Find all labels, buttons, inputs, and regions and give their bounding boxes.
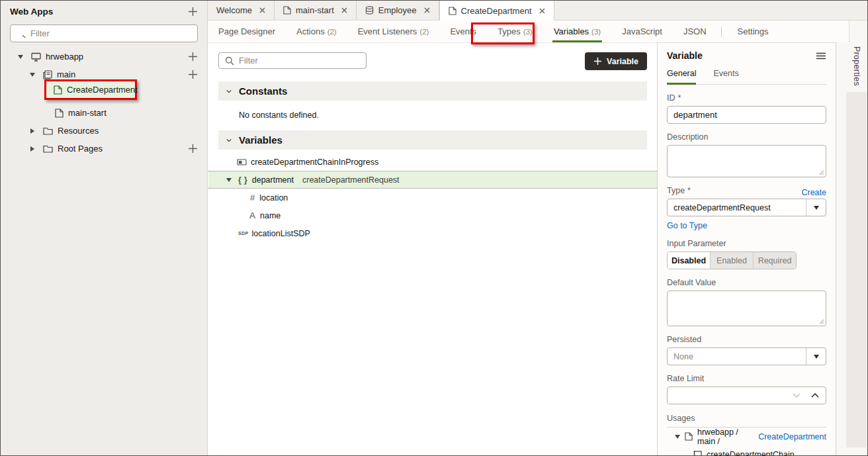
dropdown-arrow-icon[interactable] [806,348,826,365]
tab-welcome[interactable]: Welcome [208,1,275,20]
subtab-settings[interactable]: Settings [736,21,770,43]
sidebar-filter[interactable] [10,24,198,42]
go-to-type-link[interactable]: Go to Type [667,221,707,230]
variable-row-selected[interactable]: { } department createDepartmentRequest [208,171,657,189]
tab-main-start[interactable]: main-start [275,1,357,20]
variable-row[interactable]: # location [218,189,647,206]
dropdown-arrow-icon[interactable] [806,199,826,216]
subtab-event-listeners[interactable]: Event Listeners (2) [357,21,431,43]
subtab-javascript[interactable]: JavaScript [621,21,664,43]
subtab-page-designer[interactable]: Page Designer [217,21,277,43]
add-web-app-icon[interactable] [188,7,198,17]
sidebar-filter-input[interactable] [30,28,191,38]
panel-tab-events[interactable]: Events [713,69,738,84]
add-page-icon[interactable] [188,69,198,79]
chevron-down-icon[interactable] [226,89,232,93]
rate-limit-field[interactable] [667,387,826,404]
caret-down-icon[interactable] [30,73,35,77]
usage-page-link[interactable]: CreateDepartment [758,432,826,441]
persisted-select-value: None [668,352,806,361]
variables-editor: Variable Constants No constants defined.… [208,43,657,455]
create-type-link[interactable]: Create [801,188,826,197]
id-label: ID [667,93,675,103]
persisted-select[interactable]: None [667,347,826,365]
dock-scroll-track[interactable] [846,92,867,447]
variable-name: locationListSDP [252,229,310,238]
input-parameter-label: Input Parameter [667,239,726,248]
variable-properties-panel: Variable General Events ID * Description [657,42,836,455]
subtab-events[interactable]: Events [449,21,478,43]
usage-root-row[interactable]: hrwebapp / main / CreateDepartment [667,428,826,445]
id-field[interactable] [667,106,826,124]
editor-tab-bar: Welcome main-start Employee [208,1,868,21]
search-icon [17,29,26,38]
right-dock-strip: Properties [836,42,868,455]
variables-filter-input[interactable] [239,56,360,66]
type-select-value: createDepartmentRequest [668,203,806,212]
close-icon[interactable] [259,7,265,13]
input-parameter-required-button[interactable]: Required [753,252,796,269]
caret-down-icon[interactable] [18,55,23,59]
resize-grip-icon[interactable] [819,319,824,324]
tree-item-resources[interactable]: Resources [1,122,207,140]
string-type-icon: A [249,210,255,220]
page-icon [54,85,62,95]
resize-grip-icon[interactable] [819,170,824,175]
create-department-highlight[interactable]: CreateDepartment [44,79,137,100]
variable-row[interactable]: createDepartmentChainInProgress [218,153,647,171]
number-type-icon: # [250,193,255,203]
subtab-variables[interactable]: Variables (3) [552,21,602,43]
tab-label: Employee [378,5,417,15]
caret-right-icon[interactable] [30,128,35,134]
caret-down-icon[interactable] [226,178,232,182]
business-object-icon [365,6,374,15]
constants-title: Constants [239,85,287,97]
panel-tab-general[interactable]: General [667,69,696,84]
tree-item-main-start[interactable]: main-start [1,104,207,122]
default-value-field[interactable] [668,291,826,326]
no-constants-message: No constants defined. [239,111,647,120]
panel-tab-label: Events [713,69,738,78]
close-icon[interactable] [539,8,545,14]
type-select[interactable]: createDepartmentRequest [667,199,826,216]
chevron-up-icon[interactable] [811,393,819,398]
subtab-label: JavaScript [622,26,662,36]
variable-row[interactable]: A name [218,206,647,224]
page-icon [685,432,693,441]
close-icon[interactable] [341,7,347,13]
subtab-actions[interactable]: Actions (2) [295,21,338,43]
add-variable-button[interactable]: Variable [585,52,647,70]
variables-filter[interactable] [218,52,367,69]
tab-employee[interactable]: Employee [357,1,439,20]
subtab-count: (3) [523,28,533,36]
tree-item-hrwebapp[interactable]: hrwebapp [1,48,207,66]
tab-create-department[interactable]: CreateDepartment [439,1,554,21]
caret-down-icon[interactable] [675,435,680,439]
tree-item-root-pages[interactable]: Root Pages [1,140,207,158]
subtab-types[interactable]: Types (3) [496,21,534,43]
add-flow-icon[interactable] [188,52,198,62]
tree-item-label: Root Pages [58,144,103,154]
subtab-count: (3) [591,28,601,36]
variable-row[interactable]: SDP locationListSDP [218,224,647,242]
description-field[interactable] [668,146,826,177]
chevron-down-icon[interactable] [793,393,801,398]
usage-child-row[interactable]: createDepartmentChain [667,445,826,456]
page-icon [283,6,291,15]
input-parameter-disabled-button[interactable]: Disabled [668,252,710,269]
close-icon[interactable] [424,7,430,13]
hamburger-menu-icon[interactable] [816,52,826,60]
constants-section-header[interactable]: Constants [218,81,647,101]
chevron-down-icon[interactable] [226,138,232,142]
required-asterisk: * [678,93,681,103]
tab-label: main-start [296,5,334,15]
variables-section-header[interactable]: Variables [218,130,647,150]
subtab-json[interactable]: JSON [682,21,708,43]
visual-builder-window: Web Apps hrwebapp [0,0,868,456]
caret-right-icon[interactable] [30,146,35,152]
variable-name: department [252,175,294,185]
input-parameter-enabled-button[interactable]: Enabled [710,252,753,269]
folder-icon [43,144,53,153]
properties-vertical-tab[interactable]: Properties [852,46,861,86]
add-root-page-icon[interactable] [188,144,198,154]
